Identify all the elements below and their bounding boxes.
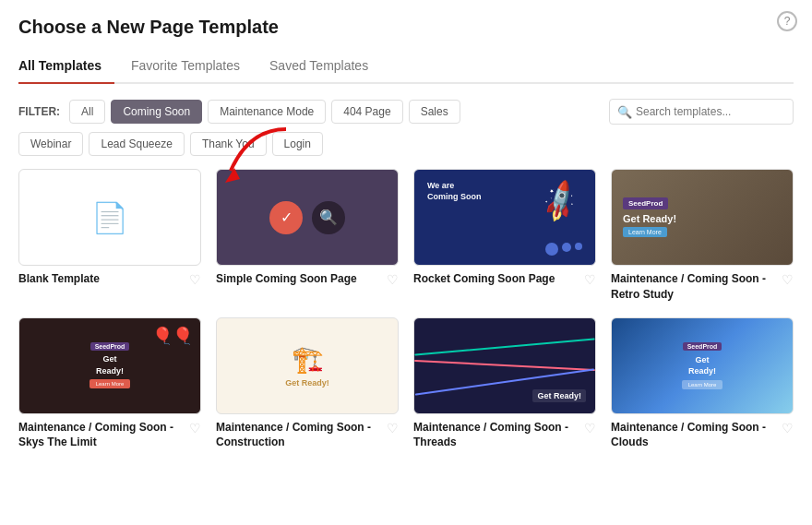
- template-card-blank[interactable]: 📄 Blank Template ♡: [18, 169, 201, 303]
- favorite-icon-simple[interactable]: ♡: [387, 272, 399, 287]
- favorite-icon-blank[interactable]: ♡: [189, 272, 201, 287]
- template-card-rocket[interactable]: We areComing Soon 🚀 Rocket Coming Soon P…: [413, 169, 596, 303]
- filter-btn-login[interactable]: Login: [272, 132, 323, 156]
- retro-sp-label: SeedProd: [623, 197, 668, 209]
- favorite-icon-skys[interactable]: ♡: [189, 421, 201, 436]
- template-name-rocket: Rocket Coming Soon Page: [413, 271, 580, 287]
- construction-get-ready: Get Ready!: [285, 378, 329, 388]
- template-card-construction[interactable]: 🏗️ Get Ready! Maintenance / Coming Soon …: [216, 317, 399, 451]
- rocket-dot-1: [545, 243, 558, 256]
- template-card-retro[interactable]: SeedProd Get Ready! Learn More Maintenan…: [611, 169, 794, 303]
- search-icon: 🔍: [617, 105, 632, 119]
- template-card-skys[interactable]: 🎈🎈 SeedProd GetReady! Learn More Mainten…: [18, 317, 201, 451]
- retro-button: Learn More: [623, 227, 667, 237]
- construction-icon: 🏗️: [292, 344, 324, 375]
- check-circle: ✓: [269, 201, 303, 234]
- threads-get-ready: Get Ready!: [532, 389, 586, 402]
- tab-saved-templates[interactable]: Saved Templates: [269, 53, 381, 82]
- template-grid: 📄 Blank Template ♡ ✓ 🔍 Simple Coming Soo…: [18, 169, 794, 450]
- search-input[interactable]: [609, 99, 794, 125]
- rocket-dot-3: [575, 243, 582, 250]
- rocket-dots: [545, 243, 582, 256]
- filter-row-2: Webinar Lead Squeeze Thank You Login: [18, 132, 794, 156]
- favorite-icon-clouds[interactable]: ♡: [782, 421, 794, 436]
- favorite-icon-construction[interactable]: ♡: [387, 421, 399, 436]
- template-thumb-clouds: SeedProd GetReady! Learn More: [611, 317, 794, 414]
- template-name-threads: Maintenance / Coming Soon - Threads: [413, 420, 580, 451]
- filter-btn-lead-squeeze[interactable]: Lead Squeeze: [89, 132, 184, 156]
- favorite-icon-threads[interactable]: ♡: [584, 421, 596, 436]
- retro-get-ready: Get Ready!: [623, 213, 676, 224]
- filter-btn-404[interactable]: 404 Page: [331, 100, 402, 124]
- simple-overlay: ✓ 🔍: [269, 201, 345, 234]
- rocket-dot-2: [562, 243, 571, 252]
- template-name-clouds: Maintenance / Coming Soon - Clouds: [611, 420, 778, 451]
- skys-get-ready: GetReady!: [96, 353, 124, 376]
- filter-btn-all[interactable]: All: [69, 100, 105, 124]
- help-icon[interactable]: ?: [777, 11, 797, 31]
- template-card-threads[interactable]: Get Ready! Maintenance / Coming Soon - T…: [413, 317, 596, 451]
- filter-row: FILTER: All Coming Soon Maintenance Mode…: [18, 99, 794, 125]
- skys-sp-label: SeedProd: [90, 342, 130, 351]
- tab-favorite-templates[interactable]: Favorite Templates: [131, 53, 253, 82]
- favorite-icon-retro[interactable]: ♡: [782, 272, 794, 287]
- template-name-skys: Maintenance / Coming Soon - Skys The Lim…: [18, 420, 185, 451]
- favorite-icon-rocket[interactable]: ♡: [584, 272, 596, 287]
- template-thumb-blank: 📄: [18, 169, 201, 266]
- filter-btn-thank-you[interactable]: Thank You: [190, 132, 267, 156]
- template-thumb-simple: ✓ 🔍: [216, 169, 399, 266]
- tab-all-templates[interactable]: All Templates: [18, 53, 114, 82]
- template-name-construction: Maintenance / Coming Soon - Construction: [216, 420, 383, 451]
- template-name-blank: Blank Template: [18, 271, 185, 287]
- template-thumb-construction: 🏗️ Get Ready!: [216, 317, 399, 414]
- template-thumb-rocket: We areComing Soon 🚀: [413, 169, 596, 266]
- clouds-sp-label: SeedProd: [683, 342, 722, 351]
- filter-label: FILTER:: [18, 105, 60, 118]
- filter-btn-maintenance[interactable]: Maintenance Mode: [208, 100, 326, 124]
- template-card-clouds[interactable]: SeedProd GetReady! Learn More Maintenanc…: [611, 317, 794, 451]
- tabs-container: All Templates Favorite Templates Saved T…: [18, 53, 794, 84]
- search-circle: 🔍: [312, 201, 345, 234]
- skys-balloons: 🎈🎈: [152, 326, 193, 346]
- clouds-get-ready: GetReady!: [688, 354, 716, 377]
- template-name-simple: Simple Coming Soon Page: [216, 271, 383, 287]
- rocket-emoji: 🚀: [535, 177, 585, 226]
- template-card-simple[interactable]: ✓ 🔍 Simple Coming Soon Page ♡: [216, 169, 399, 303]
- clouds-button: Learn More: [682, 380, 723, 389]
- search-wrapper: 🔍: [609, 99, 794, 125]
- filter-btn-coming-soon[interactable]: Coming Soon: [111, 100, 202, 124]
- page-title: Choose a New Page Template: [18, 17, 794, 38]
- blank-file-icon: 📄: [91, 200, 128, 235]
- template-name-retro: Maintenance / Coming Soon - Retro Study: [611, 271, 778, 303]
- rocket-text: We areComing Soon: [427, 181, 482, 202]
- template-thumb-skys: 🎈🎈 SeedProd GetReady! Learn More: [18, 317, 201, 414]
- filter-btn-sales[interactable]: Sales: [409, 100, 460, 124]
- skys-button: Learn More: [90, 379, 131, 388]
- filter-btn-webinar[interactable]: Webinar: [18, 132, 83, 156]
- template-thumb-threads: Get Ready!: [413, 317, 596, 414]
- template-thumb-retro: SeedProd Get Ready! Learn More: [611, 169, 794, 266]
